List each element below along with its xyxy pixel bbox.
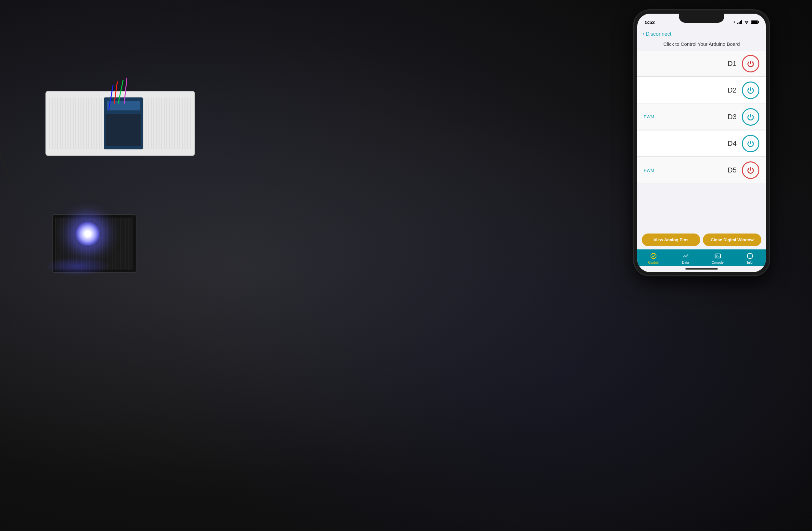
status-icons: ⌖ [734, 20, 758, 24]
pin-d3-button[interactable] [742, 108, 759, 126]
home-bar [685, 268, 718, 269]
pin-d3-circle [742, 108, 759, 126]
arduino-setup [19, 65, 221, 253]
power-on-icon-d1 [746, 59, 755, 69]
power-off-icon-d2 [746, 85, 755, 95]
pin-row-d2: D2 [637, 77, 766, 103]
pin-d4-button[interactable] [742, 135, 759, 152]
pin-row-d4: D4 [637, 131, 766, 157]
power-on-icon-d5 [746, 165, 755, 175]
pin-d2-button[interactable] [742, 82, 759, 99]
tab-bar: Control Data [637, 249, 766, 266]
main-content: Click to Control Your Arduino Board D1 [637, 39, 766, 249]
pin-d2-circle [742, 82, 759, 99]
battery-icon [751, 20, 758, 24]
close-digital-button[interactable]: Close Digital Window [703, 234, 761, 246]
pin-d5-label: D5 [727, 166, 737, 174]
tab-info[interactable]: Info [734, 252, 766, 264]
pins-container: D1 D2 [637, 51, 766, 230]
pin-d5-button[interactable] [742, 161, 759, 179]
pin-row-d1: D1 [637, 51, 766, 77]
control-icon [650, 252, 657, 260]
phone-outer: 5:52 ⌖ [633, 10, 770, 276]
status-time: 5:52 [645, 19, 655, 25]
phone-screen: 5:52 ⌖ [637, 14, 766, 272]
notch [679, 14, 724, 23]
page-title: Click to Control Your Arduino Board [637, 39, 766, 51]
info-icon [746, 252, 754, 260]
back-button[interactable]: ‹ Disconnect [642, 31, 671, 38]
back-label: Disconnect [646, 31, 671, 37]
pin-d5-pwm-label: PWM [644, 168, 654, 173]
data-icon [682, 252, 690, 260]
pin-d1-label: D1 [727, 59, 737, 68]
pin-d3-pwm-label: PWM [644, 114, 654, 119]
led [75, 221, 101, 247]
power-off-icon-d4 [746, 139, 755, 148]
bottom-buttons: View Analog Pins Close Digital Window [637, 230, 766, 249]
nav-bar: ‹ Disconnect [637, 28, 766, 39]
location-icon: ⌖ [734, 20, 735, 24]
home-indicator [637, 266, 766, 272]
tab-console-label: Console [712, 261, 724, 264]
pin-d4-circle [742, 135, 759, 152]
pin-row-d5: PWM D5 [637, 157, 766, 183]
pin-d1-button[interactable] [742, 55, 759, 72]
tab-control[interactable]: Control [637, 252, 669, 264]
pin-d1-circle [742, 55, 759, 72]
tab-control-label: Control [648, 261, 658, 264]
led-surface-glow [45, 256, 111, 276]
phone: 5:52 ⌖ [633, 10, 770, 276]
power-off-icon-d3 [746, 112, 755, 122]
svg-rect-1 [715, 254, 721, 258]
pin-d5-circle [742, 161, 759, 179]
tab-data-label: Data [682, 261, 689, 264]
signal-icon [737, 20, 742, 24]
pin-d4-label: D4 [727, 139, 737, 148]
tab-console[interactable]: Console [701, 252, 734, 264]
console-icon [714, 252, 722, 260]
svg-point-5 [750, 254, 750, 255]
back-chevron-icon: ‹ [642, 31, 644, 38]
tab-info-label: Info [747, 261, 753, 264]
svg-point-0 [651, 253, 656, 259]
pin-d3-label: D3 [727, 113, 737, 121]
pin-row-d3: PWM D3 [637, 104, 766, 130]
view-analog-button[interactable]: View Analog Pins [642, 234, 700, 246]
wifi-icon [744, 20, 749, 24]
tab-data[interactable]: Data [669, 252, 701, 264]
pin-d2-label: D2 [727, 86, 737, 94]
